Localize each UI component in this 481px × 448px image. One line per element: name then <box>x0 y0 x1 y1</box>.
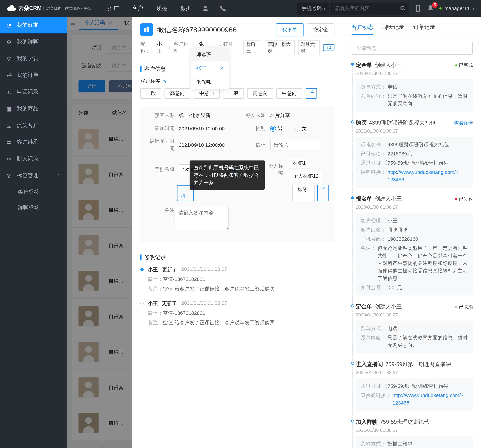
timeline-dot-icon <box>351 304 354 307</box>
side-friends[interactable]: ◔我的好友 <box>0 17 67 33</box>
nav-data[interactable]: 数据 <box>181 5 192 12</box>
gender-female[interactable]: 女 <box>294 125 307 132</box>
tab-chat-log[interactable]: 聊天记录 <box>383 23 404 35</box>
side-group-tags[interactable]: 群聊标签 <box>0 200 67 216</box>
user-icon[interactable] <box>202 5 209 12</box>
customer-tag[interactable]: 一般 <box>223 88 244 99</box>
info-header: 客户信息 <box>140 65 335 73</box>
brand-logo: 云朵CRM 教育机构一站式服务云平台 <box>7 3 91 13</box>
view-detail-link[interactable]: 查看详情 <box>454 120 473 126</box>
drawer-title: 微信名称6789990000966 <box>157 25 237 35</box>
phone-call-icon[interactable] <box>219 5 227 12</box>
side-tags[interactable]: ☡标签管理⌃ <box>0 167 67 184</box>
timeline-dot-icon <box>351 120 354 123</box>
activity-item: 加入群聊759-59班理财训练营 2021/01/30 01:38:27 入群方… <box>356 418 473 448</box>
chat-icon: ⊜ <box>7 39 13 45</box>
customer-tag[interactable]: 中意向 <box>276 88 302 99</box>
deposit-button[interactable]: 交定金 <box>307 23 335 36</box>
tags-label: 客户标签 <box>140 78 160 85</box>
search-icon[interactable] <box>400 6 406 11</box>
side-calls[interactable]: ✆电话记录 <box>0 84 67 100</box>
status-badge: 已完成 <box>455 62 473 68</box>
dd-option[interactable]: 俱保咏 <box>191 75 229 89</box>
tab-order-log[interactable]: 订单记录 <box>413 23 435 35</box>
global-search: 手机号码▾ <box>297 2 409 15</box>
side-students[interactable]: ▽我的学员 <box>0 50 67 67</box>
nick-value: 小王 <box>157 41 166 55</box>
timeline-dot-icon <box>140 302 144 305</box>
group-tag[interactable]: 群聊一群大群 <box>265 40 295 55</box>
tag-more[interactable]: +4 <box>306 88 317 99</box>
customer-drawer: 微信名称6789990000966 昵称： 小王 | 客户经理： 张三 ▴ | … <box>132 17 481 448</box>
sidebar: ◔我的好友 ⊜我的群聊 ▽我的学员 ☍我的订单 ✆电话记录 ▣我的商品 ⇲流失客… <box>0 17 67 448</box>
personal-tag[interactable]: 标签1 <box>292 185 315 201</box>
filter-icon: ▽ <box>7 56 13 62</box>
personal-tag[interactable]: 标签1 <box>287 158 311 169</box>
activity-item: 购买4399理财课进阶课程大礼包查看详情 2021/01/30 01:38:27… <box>356 119 473 188</box>
group-tag[interactable]: 群聊六群 <box>298 40 320 55</box>
status-badge: 已失败 <box>455 196 473 202</box>
place-order-button[interactable]: 代下单 <box>276 23 304 36</box>
activity-item: 报名单创建人小王已失败 2020/01/30 01:38:27 客户经理：小王客… <box>356 195 473 295</box>
phone-icon: ✆ <box>7 89 13 95</box>
tag-icon: ☡ <box>7 173 13 178</box>
topbar: 云朵CRM 教育机构一站式服务云平台 推广 客户 质检 数据 手机号码▾ <box>0 0 481 17</box>
wechat-building-icon <box>140 23 153 36</box>
activity-item: 定金单创建人小王已取消 2020/01/30 01:38:27 跟单方式：电话跟… <box>356 303 473 353</box>
link[interactable]: http://www.yunduoketang.com/?123456 <box>392 393 464 406</box>
search-input[interactable] <box>330 3 397 14</box>
inherit-icon: ⇆ <box>7 139 13 145</box>
side-churn[interactable]: ⇲流失客户 <box>0 117 67 134</box>
personal-tag[interactable]: 个人标签12 <box>287 171 324 182</box>
group-more[interactable]: +4 <box>323 44 334 51</box>
customer-tag[interactable]: 一般 <box>140 88 161 99</box>
customer-tag[interactable]: 中意向 <box>194 88 220 99</box>
mobile-icon[interactable] <box>414 5 422 12</box>
wechat-input[interactable] <box>270 139 320 150</box>
dd-option[interactable]: 张三✓ <box>191 62 229 75</box>
nav-customers[interactable]: 客户 <box>132 5 143 12</box>
gender-male[interactable]: 男 <box>270 125 282 132</box>
main: ≡ 个人活码✕ 我 项目 请选择 运营期次 请选择 导出 不加密导出 头像 微信… <box>67 17 481 448</box>
box-icon: ▣ <box>7 106 13 112</box>
group-tag[interactable]: 群聊三 <box>243 40 261 55</box>
search-type-select[interactable]: 手机号码▾ <box>297 2 330 15</box>
remark-input[interactable] <box>174 207 229 230</box>
timeline-dot-icon <box>351 420 354 423</box>
activity-item: 定金单创建人小王已完成 2020/01/30 01:38:27 跟单方式：电话跟… <box>356 62 473 112</box>
side-products[interactable]: ▣我的商品 <box>0 100 67 117</box>
edit-icon[interactable]: ✎ <box>163 78 167 84</box>
timeline-dot-icon <box>351 362 354 365</box>
activity-item: 进入直播间759-59班第三期理财直播课 2021/01/30 01:38:27… <box>356 361 473 411</box>
side-customer-tags[interactable]: 客户标签 <box>0 184 67 200</box>
side-delete-log[interactable]: ✂删人记录 <box>0 150 67 167</box>
nav-promo[interactable]: 推广 <box>108 5 119 12</box>
activity-filter-select[interactable]: 全部动态⌄ <box>352 42 473 55</box>
status-badge: 已取消 <box>455 304 473 310</box>
timeline-dot-icon <box>351 196 354 200</box>
cart-icon: ☍ <box>7 72 13 78</box>
timeline-dot-icon <box>351 63 354 66</box>
side-inherit[interactable]: ⇆客户继承 <box>0 134 67 150</box>
side-groups[interactable]: ⊜我的群聊 <box>0 33 67 50</box>
customer-tag[interactable]: 高意向 <box>247 88 273 99</box>
trash-icon: ✂ <box>7 156 13 162</box>
logs-header: 修改记录 <box>140 254 335 261</box>
dd-option[interactable]: 师馨薇 <box>191 48 229 62</box>
leave-icon: ⇲ <box>7 123 13 128</box>
nick-label: 昵称： <box>140 41 153 55</box>
mgr-dropdown: 师馨薇 张三✓ 俱保咏 <box>191 48 229 89</box>
bell-icon[interactable]: 5 <box>427 5 434 12</box>
svg-rect-0 <box>417 5 420 12</box>
phone-duplicate-tooltip: 查询到此手机号码在系统中已存在，可以将两条客户数据合并为一条 <box>189 161 265 190</box>
personal-tag-more[interactable]: +4 <box>317 185 329 201</box>
side-orders[interactable]: ☍我的订单 <box>0 67 67 84</box>
tab-activity[interactable]: 客户动态 <box>352 23 373 35</box>
online-dot-icon <box>439 7 442 10</box>
customer-tag[interactable]: 高意向 <box>165 88 190 99</box>
clock-icon: ◔ <box>7 22 13 28</box>
current-user[interactable]: manager11 ▾ <box>439 6 474 11</box>
top-nav: 推广 客户 质检 数据 <box>108 5 192 12</box>
link[interactable]: http://www.yunduoketang.com/?123456 <box>387 169 458 183</box>
nav-qc[interactable]: 质检 <box>157 5 167 12</box>
